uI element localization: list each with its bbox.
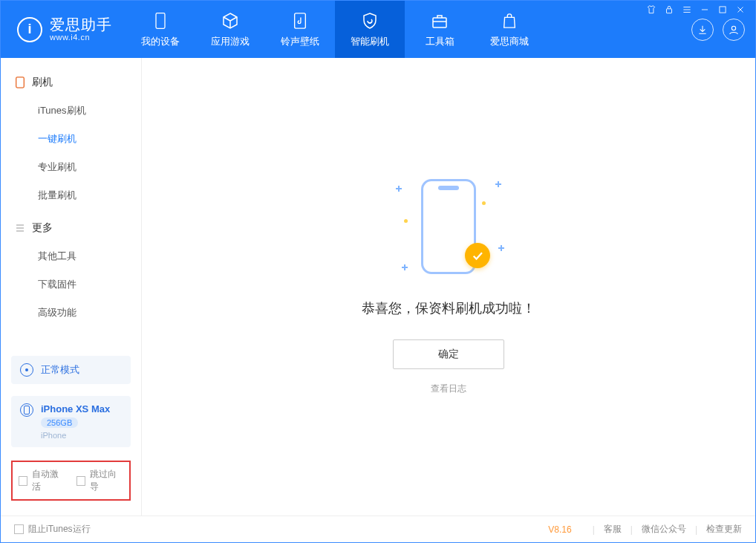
svg-rect-6 (16, 77, 25, 88)
sparkle-icon (397, 186, 401, 191)
cube-icon (221, 11, 240, 30)
brand-name-cn: 爱思助手 (50, 16, 112, 33)
tab-label: 智能刷机 (351, 35, 389, 48)
checkbox-icon (14, 524, 24, 534)
brand[interactable]: i 爱思助手 www.i4.cn (1, 1, 126, 58)
device-icon (14, 77, 26, 88)
sidebar-group-label: 刷机 (32, 76, 53, 89)
sidebar-group-flash: 刷机 iTunes刷机 一键刷机 专业刷机 批量刷机 (1, 68, 141, 209)
minimize-icon[interactable] (700, 4, 710, 15)
svg-point-7 (25, 368, 28, 371)
tshirt-icon[interactable] (646, 4, 656, 15)
footer-link-update[interactable]: 检查更新 (706, 523, 742, 536)
sidebar: 刷机 iTunes刷机 一键刷机 专业刷机 批量刷机 更多 其他工具 下载固件 … (1, 58, 142, 516)
checkbox-icon (76, 476, 85, 486)
brand-logo-icon: i (17, 17, 42, 42)
checkbox-auto-activate[interactable]: 自动激活 (19, 468, 66, 493)
svg-point-5 (731, 26, 735, 30)
tab-my-device[interactable]: 我的设备 (126, 1, 195, 58)
svg-rect-4 (433, 18, 446, 27)
toolbox-icon (430, 11, 449, 30)
svg-rect-1 (720, 7, 726, 13)
svg-rect-3 (295, 13, 306, 27)
checkbox-label: 阻止iTunes运行 (28, 523, 91, 536)
check-badge-icon (465, 243, 490, 268)
sidebar-group-header[interactable]: 刷机 (1, 68, 141, 97)
bag-icon (500, 11, 519, 30)
sidebar-item-onekey-flash[interactable]: 一键刷机 (1, 125, 141, 153)
mode-label: 正常模式 (41, 363, 79, 377)
list-icon (14, 222, 26, 234)
tab-apps[interactable]: 应用游戏 (195, 1, 265, 58)
svg-rect-8 (25, 406, 30, 414)
sidebar-item-batch-flash[interactable]: 批量刷机 (1, 181, 141, 209)
sidebar-item-pro-flash[interactable]: 专业刷机 (1, 153, 141, 181)
maximize-icon[interactable] (717, 4, 728, 15)
checkbox-block-itunes[interactable]: 阻止iTunes运行 (14, 523, 91, 536)
tab-ringtones[interactable]: 铃声壁纸 (265, 1, 335, 58)
app-window: i 爱思助手 www.i4.cn 我的设备 应用游戏 铃声壁纸 智能刷机 (0, 0, 756, 543)
close-icon[interactable] (735, 4, 746, 15)
device-capacity: 256GB (41, 417, 78, 428)
tab-label: 工具箱 (426, 35, 454, 48)
sparkle-icon (403, 265, 407, 270)
device-card[interactable]: iPhone XS Max 256GB iPhone (11, 396, 131, 447)
brand-name-en: www.i4.cn (50, 33, 112, 42)
mode-normal-icon (20, 363, 33, 377)
tab-label: 爱思商城 (490, 35, 529, 48)
music-file-icon (290, 11, 310, 30)
checkbox-label: 跳过向导 (90, 468, 123, 493)
dot-icon (404, 219, 408, 223)
menu-icon[interactable] (682, 4, 692, 15)
sidebar-item-download-fw[interactable]: 下载固件 (1, 270, 141, 299)
device-name: iPhone XS Max (41, 403, 110, 414)
tab-label: 应用游戏 (211, 35, 250, 48)
device-phone-icon (20, 403, 33, 417)
main-content: 恭喜您，保资料刷机成功啦！ 确定 查看日志 (142, 58, 755, 516)
header: i 爱思助手 www.i4.cn 我的设备 应用游戏 铃声壁纸 智能刷机 (1, 1, 755, 58)
phone-icon (151, 11, 170, 30)
sidebar-item-other-tools[interactable]: 其他工具 (1, 242, 141, 270)
checkbox-skip-guide[interactable]: 跳过向导 (76, 468, 124, 493)
footer-link-wechat[interactable]: 微信公众号 (642, 523, 686, 536)
dot-icon (482, 201, 486, 205)
tab-smart-flash[interactable]: 智能刷机 (335, 1, 405, 58)
checkbox-label: 自动激活 (32, 468, 65, 493)
sparkle-icon (499, 246, 504, 250)
sparkle-icon (496, 182, 501, 186)
svg-rect-2 (156, 13, 165, 28)
body: 刷机 iTunes刷机 一键刷机 专业刷机 批量刷机 更多 其他工具 下载固件 … (1, 58, 755, 516)
success-message: 恭喜您，保资料刷机成功啦！ (362, 299, 535, 317)
device-body: iPhone XS Max 256GB iPhone (41, 403, 110, 440)
account-button[interactable] (723, 19, 745, 41)
svg-rect-0 (667, 9, 672, 13)
version-label: V8.16 (548, 524, 571, 535)
shield-refresh-icon (360, 11, 379, 30)
tab-label: 铃声壁纸 (281, 35, 319, 48)
titlebar-icons (646, 4, 746, 15)
tab-label: 我的设备 (141, 35, 180, 48)
sidebar-group-header[interactable]: 更多 (1, 214, 141, 242)
view-log-link[interactable]: 查看日志 (431, 383, 466, 395)
footer: 阻止iTunes运行 V8.16 | 客服 | 微信公众号 | 检查更新 (1, 516, 755, 542)
tab-toolbox[interactable]: 工具箱 (405, 1, 475, 58)
device-type: iPhone (41, 431, 110, 440)
footer-link-service[interactable]: 客服 (604, 523, 622, 536)
sidebar-group-label: 更多 (32, 221, 53, 235)
brand-text: 爱思助手 www.i4.cn (50, 16, 112, 42)
sidebar-group-more: 更多 其他工具 下载固件 高级功能 (1, 214, 141, 327)
download-button[interactable] (691, 19, 714, 41)
highlighted-options-box: 自动激活 跳过向导 (11, 461, 131, 501)
tab-store[interactable]: 爱思商城 (475, 1, 544, 58)
sidebar-item-advanced[interactable]: 高级功能 (1, 299, 141, 327)
ok-button[interactable]: 确定 (393, 339, 504, 369)
sidebar-item-itunes-flash[interactable]: iTunes刷机 (1, 97, 141, 125)
nav-tabs: 我的设备 应用游戏 铃声壁纸 智能刷机 工具箱 爱思商城 (126, 1, 544, 58)
checkbox-icon (19, 476, 27, 486)
success-illustration (397, 179, 501, 283)
mode-card[interactable]: 正常模式 (11, 356, 131, 384)
lock-icon[interactable] (664, 4, 674, 15)
